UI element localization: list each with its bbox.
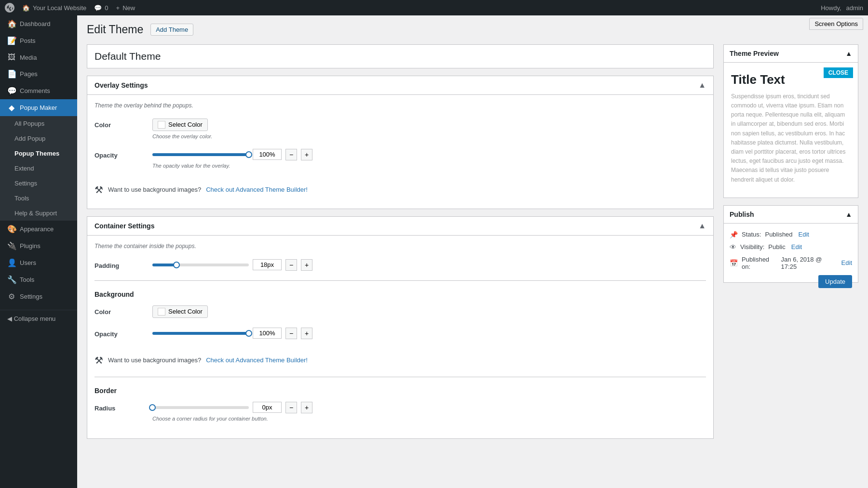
overlay-color-label: Color [95,119,152,129]
sidebar-item-posts[interactable]: 📝 Posts [0,32,77,49]
publish-visibility-edit-link[interactable]: Edit [791,243,802,251]
sidebar-item-appearance[interactable]: 🎨 Appearance [0,221,77,237]
sidebar-item-users[interactable]: 👤 Users [0,254,77,271]
container-padding-increase-button[interactable]: + [301,259,312,271]
container-radius-decrease-button[interactable]: − [285,402,297,413]
settings-icon: ⚙ [7,292,16,301]
container-panel-header[interactable]: Container Settings ▲ [87,217,713,236]
site-name-item[interactable]: 🏠 Your Local Website [22,4,86,12]
container-padding-slider-track[interactable] [152,264,249,266]
container-bg-opacity-slider-track[interactable] [152,332,249,335]
container-padding-decrease-button[interactable]: − [285,259,297,271]
overlay-panel-body: Theme the overlay behind the popups. Col… [87,95,713,209]
container-bg-opacity-decrease-button[interactable]: − [285,328,297,339]
sidebar-item-label: Users [20,259,36,266]
container-adv-builder-row: ⚒ Want to use background images? Check o… [95,349,706,372]
container-radius-slider-track[interactable] [152,406,249,409]
comments-item[interactable]: 💬 0 [94,4,108,12]
sidebar-item-dashboard[interactable]: 🏠 Dashboard [0,15,77,32]
overlay-opacity-increase-button[interactable]: + [301,149,312,160]
container-bg-opacity-input[interactable]: 100% [253,328,282,339]
sidebar-item-add-popup[interactable]: Add Popup [0,131,77,146]
overlay-adv-builder-row: ⚒ Want to use background images? Check o… [95,178,706,201]
overlay-opacity-slider-thumb[interactable] [245,151,252,158]
add-theme-button[interactable]: Add Theme [150,24,193,36]
sidebar-item-label: Plugins [20,242,41,250]
publish-panel-toggle-icon: ▲ [845,211,852,218]
sidebar-item-help-support[interactable]: Help & Support [0,206,77,221]
main-content: Edit Theme Add Theme Default Theme Overl… [77,15,868,488]
container-bg-opacity-increase-button[interactable]: + [301,328,312,339]
container-radius-hint: Choose a corner radius for your containe… [152,416,706,422]
container-radius-label: Radius [95,402,152,412]
comments-icon: 💬 [94,4,102,12]
edit-sidebar: Theme Preview ▲ CLOSE Title Text Suspend… [723,44,858,446]
sidebar-item-label: Posts [20,37,36,44]
sidebar-item-popup-themes[interactable]: Popup Themes [0,146,77,161]
container-radius-slider-row: 0px − + [152,402,706,413]
container-border-title: Border [95,387,706,395]
overlay-panel-header[interactable]: Overlay Settings ▲ [87,76,713,95]
container-bg-opacity-slider-row: 100% − + [152,328,706,339]
wp-logo-item[interactable] [5,3,14,13]
overlay-opacity-input[interactable]: 100% [253,149,282,160]
container-padding-slider-row: 18px − + [152,259,706,271]
new-item[interactable]: + New [116,4,136,12]
container-divider-1 [95,280,706,281]
wp-logo-icon [5,3,14,13]
container-adv-link[interactable]: Check out Advanced Theme Builder! [206,356,308,364]
sidebar-item-settings[interactable]: ⚙ Settings [0,288,77,305]
sidebar-item-label: Settings [20,293,42,300]
sidebar-item-tools[interactable]: 🔧 Tools [0,271,77,288]
sidebar-item-pm-tools[interactable]: Tools [0,191,77,206]
sidebar-item-pm-settings[interactable]: Settings [0,176,77,191]
screen-options-button[interactable]: Screen Options [809,18,863,30]
sidebar-item-plugins[interactable]: 🔌 Plugins [0,237,77,254]
overlay-color-button[interactable]: Select Color [152,119,208,131]
container-background-title: Background [95,290,706,298]
overlay-opacity-slider-track[interactable] [152,153,249,156]
overlay-color-hint: Choose the overlay color. [152,133,706,139]
close-preview-button[interactable]: CLOSE [824,67,853,78]
container-bg-color-control: Select Color [152,305,706,318]
overlay-opacity-slider-fill [152,153,249,156]
publish-date-row: 📅 Published on: Jan 6, 2018 @ 17:25 Edit [730,256,852,270]
publish-date-value: Jan 6, 2018 @ 17:25 [781,256,836,270]
calendar-icon: 📅 [730,259,738,267]
sidebar-item-all-popups[interactable]: All Popups [0,116,77,131]
publish-status-value: Published [765,231,792,238]
theme-name-box: Default Theme [87,44,714,68]
plugins-icon: 🔌 [7,241,16,251]
sidebar-item-pages[interactable]: 📄 Pages [0,66,77,82]
container-bg-color-button[interactable]: Select Color [152,305,208,318]
container-bg-opacity-slider-thumb[interactable] [245,330,252,337]
container-adv-text: Want to use background images? [108,356,201,364]
container-bg-color-swatch [158,308,165,316]
overlay-opacity-row: Opacity 100% − + [95,149,706,169]
overlay-adv-link[interactable]: Check out Advanced Theme Builder! [206,186,308,193]
container-radius-slider-thumb[interactable] [149,404,156,411]
container-padding-input[interactable]: 18px [253,259,282,270]
update-button[interactable]: Update [818,275,852,288]
overlay-color-swatch [158,121,165,129]
site-name: Your Local Website [33,4,86,12]
comments-menu-icon: 💬 [7,86,16,95]
sidebar-item-extend[interactable]: Extend [0,161,77,176]
sidebar-item-media[interactable]: 🖼 Media [0,49,77,66]
publish-status-edit-link[interactable]: Edit [799,231,809,238]
sidebar-item-popup-maker[interactable]: ◆ Popup Maker [0,99,77,116]
container-radius-increase-button[interactable]: + [301,402,312,413]
overlay-adv-text: Want to use background images? [108,186,201,193]
publish-date-edit-link[interactable]: Edit [841,259,852,266]
new-label: New [122,4,135,12]
publish-visibility-value: Public [768,243,785,251]
container-padding-slider-thumb[interactable] [173,262,180,268]
sidebar-item-label: Tools [20,276,34,283]
overlay-color-row: Color Select Color Choose the overlay co… [95,119,706,139]
collapse-menu-button[interactable]: ◀ Collapse menu [0,310,77,327]
overlay-description: Theme the overlay behind the popups. [95,102,706,109]
container-radius-input[interactable]: 0px [253,402,282,413]
sidebar-item-comments[interactable]: 💬 Comments [0,82,77,99]
plus-icon: + [116,4,120,12]
overlay-opacity-decrease-button[interactable]: − [285,149,297,160]
